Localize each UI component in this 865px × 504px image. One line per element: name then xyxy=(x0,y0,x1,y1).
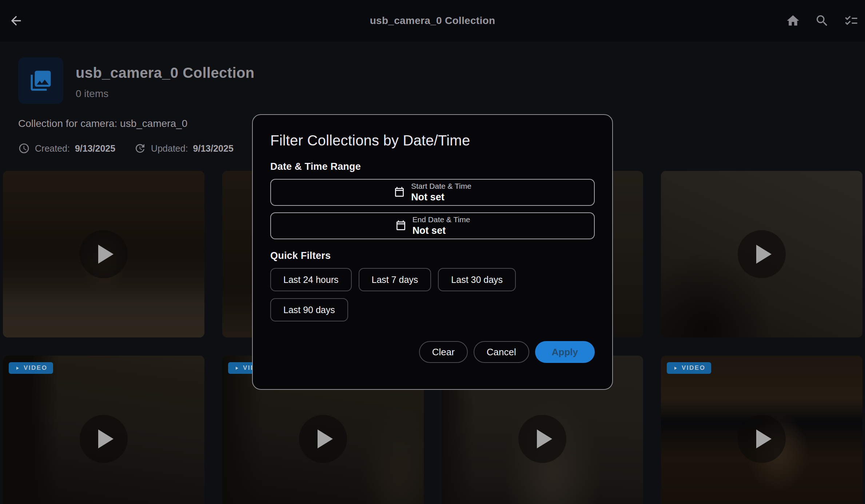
apply-button[interactable]: Apply xyxy=(535,341,595,363)
checklist-icon xyxy=(844,13,858,28)
quick-filter-last-24-hours[interactable]: Last 24 hours xyxy=(270,268,352,291)
play-icon xyxy=(318,429,333,448)
end-field-value: Not set xyxy=(412,225,446,236)
cancel-button[interactable]: Cancel xyxy=(474,341,529,363)
created-date: 9/13/2025 xyxy=(75,143,115,154)
video-tile[interactable]: VIDEO xyxy=(661,356,862,504)
video-badge-label: VIDEO xyxy=(24,364,47,372)
quick-filter-last-7-days[interactable]: Last 7 days xyxy=(359,268,431,291)
collection-title: usb_camera_0 Collection xyxy=(76,65,255,81)
home-button[interactable] xyxy=(783,11,803,31)
home-icon xyxy=(786,13,800,28)
play-button[interactable] xyxy=(738,415,786,463)
play-badge-icon xyxy=(15,365,20,371)
filter-list-button[interactable] xyxy=(841,11,861,31)
filter-dialog: Filter Collections by Date/Time Date & T… xyxy=(252,114,613,390)
collection-description: Collection for camera: usb_camera_0 xyxy=(18,118,187,129)
video-badge-label: VIDEO xyxy=(682,364,705,372)
start-date-time-field[interactable]: Start Date & Time Not set xyxy=(270,179,595,206)
end-field-label: End Date & Time xyxy=(412,215,470,224)
calendar-icon xyxy=(394,187,405,198)
play-icon xyxy=(537,429,552,448)
play-badge-icon xyxy=(673,365,678,371)
photo-library-icon xyxy=(29,69,53,93)
quick-filter-last-30-days[interactable]: Last 30 days xyxy=(438,268,516,291)
play-icon xyxy=(98,429,113,448)
play-button[interactable] xyxy=(299,415,347,463)
search-icon xyxy=(815,13,829,28)
end-date-time-field[interactable]: End Date & Time Not set xyxy=(270,212,595,239)
start-field-label: Start Date & Time xyxy=(411,181,471,191)
collection-avatar xyxy=(18,57,63,104)
quick-filter-last-90-days[interactable]: Last 90 days xyxy=(270,298,348,321)
updated-date: 9/13/2025 xyxy=(193,143,234,154)
quick-filters-label: Quick Filters xyxy=(270,250,595,261)
video-badge: VIDEO xyxy=(9,362,53,374)
play-button[interactable] xyxy=(738,230,786,278)
date-time-range-label: Date & Time Range xyxy=(270,161,595,172)
play-button[interactable] xyxy=(80,415,128,463)
dialog-title: Filter Collections by Date/Time xyxy=(270,132,595,149)
video-badge: VIDEO xyxy=(667,362,711,374)
collection-item-count: 0 items xyxy=(76,88,108,100)
calendar-icon xyxy=(395,220,407,232)
dialog-actions: Clear Cancel Apply xyxy=(270,341,595,363)
play-icon xyxy=(756,245,772,264)
video-tile[interactable] xyxy=(3,171,204,337)
update-clock-icon xyxy=(134,143,146,154)
play-badge-icon xyxy=(234,365,239,371)
play-button[interactable] xyxy=(80,230,128,278)
play-icon xyxy=(756,429,772,448)
clear-button[interactable]: Clear xyxy=(419,341,468,363)
video-tile[interactable]: VIDEO xyxy=(3,356,204,504)
play-icon xyxy=(98,245,113,264)
search-button[interactable] xyxy=(812,11,832,31)
top-bar-title: usb_camera_0 Collection xyxy=(0,0,865,41)
play-button[interactable] xyxy=(518,415,566,463)
created-label: Created: xyxy=(35,143,70,154)
quick-filter-chips: Last 24 hours Last 7 days Last 30 days L… xyxy=(270,268,539,321)
updated-label: Updated: xyxy=(151,143,188,154)
top-bar: usb_camera_0 Collection xyxy=(0,0,865,41)
video-tile[interactable] xyxy=(661,171,862,337)
clock-icon xyxy=(18,143,30,154)
collection-meta-row: Created: 9/13/2025 Updated: 9/13/2025 xyxy=(18,143,234,154)
start-field-value: Not set xyxy=(411,191,445,203)
app-root: usb_camera_0 Collection usb_camera_0 Col… xyxy=(0,0,865,504)
